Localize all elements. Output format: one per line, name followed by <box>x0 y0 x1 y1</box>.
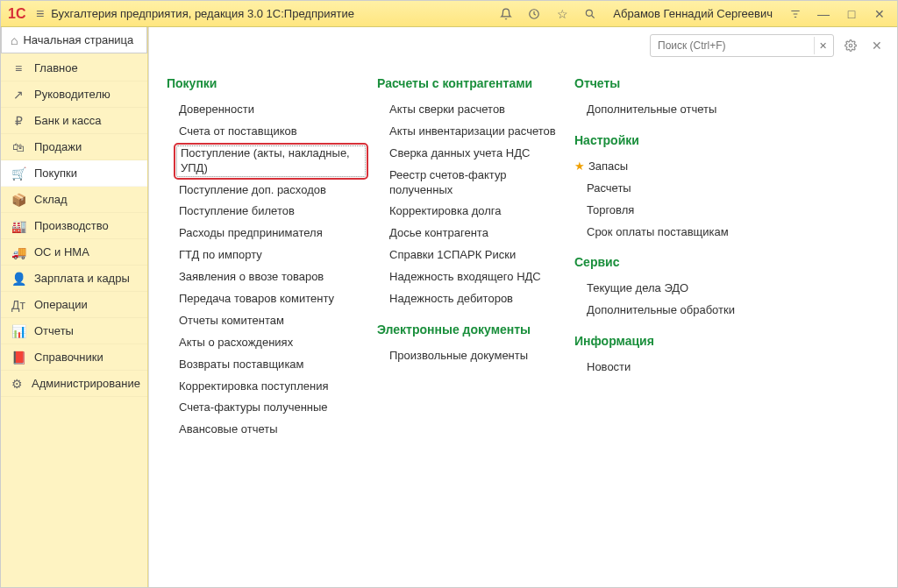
menu-link[interactable]: Надежность дебиторов <box>377 288 566 310</box>
menu-link[interactable]: Справки 1СПАРК Риски <box>377 244 566 266</box>
user-name[interactable]: Абрамов Геннадий Сергеевич <box>608 7 778 20</box>
menu-link[interactable]: Акты сверки расчетов <box>377 99 566 121</box>
close-window-icon[interactable]: ✕ <box>869 4 890 25</box>
app-header: 1C ≡ Бухгалтерия предприятия, редакция 3… <box>1 1 897 27</box>
home-tab-label: Начальная страница <box>23 33 133 46</box>
sidebar-item[interactable]: 🛍Продажи <box>1 134 147 160</box>
app-title: Бухгалтерия предприятия, редакция 3.0 1С… <box>51 7 488 20</box>
sidebar-item-label: Банк и касса <box>34 114 102 127</box>
menu-link[interactable]: Авансовые отчеты <box>167 419 368 441</box>
search-input[interactable] <box>658 39 814 52</box>
gear-icon[interactable] <box>841 36 860 55</box>
section-title: Расчеты с контрагентами <box>377 76 566 90</box>
menu-link[interactable]: Счета от поставщиков <box>167 121 368 143</box>
sidebar-item-icon: 📕 <box>11 351 25 365</box>
sidebar-item[interactable]: ₽Банк и касса <box>1 108 147 134</box>
menu-link[interactable]: Запасы <box>574 156 750 178</box>
sidebar-item-label: Отчеты <box>34 324 74 337</box>
sidebar-item-icon: Дт <box>11 298 25 312</box>
sidebar-item-label: Склад <box>34 193 68 206</box>
sidebar-item-label: Производство <box>34 219 109 232</box>
menu-link[interactable]: Доверенности <box>167 99 368 121</box>
sidebar-item-icon: 🛍 <box>11 140 25 154</box>
home-tab[interactable]: ⌂ Начальная страница <box>1 27 147 53</box>
section-title: Отчеты <box>574 76 750 90</box>
sidebar-item-icon: 📊 <box>11 324 25 338</box>
bell-icon[interactable] <box>495 4 517 25</box>
search-box[interactable]: ✕ <box>650 34 834 57</box>
section-title: Информация <box>574 334 750 348</box>
menu-link[interactable]: Передача товаров комитенту <box>167 288 368 310</box>
menu-link[interactable]: Дополнительные обработки <box>574 300 750 322</box>
sidebar-item-icon: 📦 <box>11 193 25 207</box>
menu-link[interactable]: Надежность входящего НДС <box>377 266 566 288</box>
star-icon[interactable]: ☆ <box>552 4 573 25</box>
sidebar-item[interactable]: 🏭Производство <box>1 213 147 239</box>
menu-link[interactable]: Дополнительные отчеты <box>574 99 750 121</box>
menu-link[interactable]: Срок оплаты поставщикам <box>574 222 750 244</box>
sidebar-item-icon: ≡ <box>11 61 25 75</box>
section-columns: ПокупкиДоверенностиСчета от поставщиковП… <box>149 64 897 450</box>
svg-point-2 <box>849 44 852 47</box>
close-panel-icon[interactable]: ✕ <box>867 36 887 55</box>
sidebar-item-label: Руководителю <box>34 88 110 101</box>
sidebar-item[interactable]: 📕Справочники <box>1 344 147 371</box>
logo-1c: 1C <box>8 7 29 21</box>
menu-link[interactable]: Корректировка долга <box>377 201 566 223</box>
home-icon: ⌂ <box>11 33 18 47</box>
content-area: ✕ ✕ ПокупкиДоверенностиСчета от поставщи… <box>148 27 897 587</box>
minimize-icon[interactable]: — <box>813 4 834 25</box>
menu-link[interactable]: Поступление доп. расходов <box>167 180 368 202</box>
filter-icon[interactable] <box>785 4 806 25</box>
sidebar-item-label: Покупки <box>34 166 77 180</box>
sidebar-item[interactable]: 📊Отчеты <box>1 318 147 344</box>
sidebar-item[interactable]: 👤Зарплата и кадры <box>1 266 147 292</box>
sidebar-item[interactable]: ≡Главное <box>1 55 147 81</box>
sidebar-item[interactable]: 🚚ОС и НМА <box>1 239 147 266</box>
search-icon[interactable] <box>580 4 601 25</box>
sidebar-item-label: Зарплата и кадры <box>34 272 130 285</box>
sidebar-item[interactable]: 🛒Покупки <box>1 160 147 187</box>
sidebar: ⌂ Начальная страница ≡Главное↗Руководите… <box>1 27 148 587</box>
menu-icon[interactable]: ≡ <box>36 6 44 22</box>
sidebar-item-icon: ↗ <box>11 88 25 102</box>
sidebar-item-icon: 🏭 <box>11 219 25 233</box>
menu-link[interactable]: Акты инвентаризации расчетов <box>377 121 566 143</box>
sidebar-item-icon: ₽ <box>11 114 25 128</box>
section-title: Сервис <box>574 255 750 269</box>
sidebar-item-label: Операции <box>34 298 88 311</box>
clear-search-icon[interactable]: ✕ <box>814 37 831 54</box>
sidebar-item-label: Администрирование <box>32 377 140 390</box>
menu-link[interactable]: Поступление билетов <box>167 201 368 223</box>
menu-link[interactable]: Счета-фактуры полученные <box>167 397 368 419</box>
menu-link[interactable]: Поступление (акты, накладные, УПД) <box>174 143 368 180</box>
menu-link[interactable]: Заявления о ввозе товаров <box>167 266 368 288</box>
sidebar-item[interactable]: 📦Склад <box>1 187 147 213</box>
menu-link[interactable]: Сверка данных учета НДС <box>377 143 566 165</box>
sidebar-item[interactable]: ↗Руководителю <box>1 81 147 108</box>
maximize-icon[interactable]: □ <box>841 4 862 25</box>
sidebar-item-label: Главное <box>34 61 78 74</box>
sidebar-item[interactable]: ДтОперации <box>1 292 147 318</box>
menu-link[interactable]: Произвольные документы <box>377 345 566 367</box>
menu-link[interactable]: ГТД по импорту <box>167 244 368 266</box>
menu-link[interactable]: Корректировка поступления <box>167 376 368 398</box>
menu-link[interactable]: Отчеты комитентам <box>167 310 368 332</box>
menu-link[interactable]: Торговля <box>574 200 750 222</box>
menu-link[interactable]: Расчеты <box>574 178 750 200</box>
menu-link[interactable]: Новости <box>574 357 750 379</box>
menu-link[interactable]: Расходы предпринимателя <box>167 223 368 244</box>
sidebar-item[interactable]: ⚙Администрирование <box>1 371 147 397</box>
menu-link[interactable]: Акты о расхождениях <box>167 332 368 354</box>
menu-link[interactable]: Возвраты поставщикам <box>167 354 368 376</box>
sidebar-item-icon: 🚚 <box>11 245 25 259</box>
history-icon[interactable] <box>524 4 545 25</box>
section-title: Покупки <box>167 76 368 90</box>
menu-link[interactable]: Досье контрагента <box>377 223 566 244</box>
sidebar-item-label: Продажи <box>34 140 82 153</box>
sidebar-item-icon: 🛒 <box>11 166 25 181</box>
menu-link[interactable]: Реестр счетов-фактур полученных <box>377 165 566 202</box>
sidebar-item-icon: ⚙ <box>11 377 23 391</box>
menu-link[interactable]: Текущие дела ЭДО <box>574 278 750 300</box>
svg-point-1 <box>587 10 593 16</box>
